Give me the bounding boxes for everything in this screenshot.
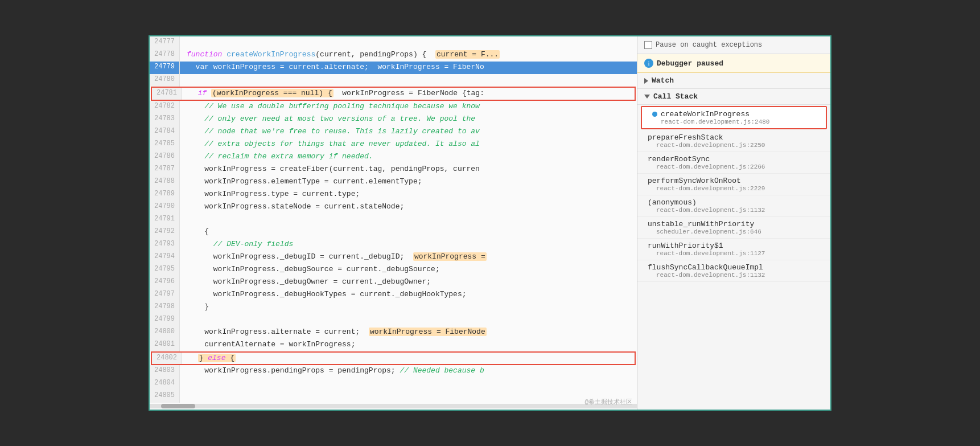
line-content: // DEV-only fields (180, 239, 637, 251)
line-content: workInProgress._debugOwner = current._de… (180, 276, 637, 289)
code-scrollbar[interactable] (150, 404, 637, 408)
line-content: workInProgress._debugHookTypes = current… (180, 289, 637, 301)
line-content (180, 36, 637, 49)
stack-fn-name: createWorkInProgress (652, 110, 818, 118)
active-dot-icon (652, 112, 657, 117)
stack-file: react-dom.development.js:1127 (648, 250, 822, 257)
inline-highlight: workInProgress = (413, 252, 487, 261)
stack-file: scheduler.development.js:646 (648, 228, 822, 235)
line-content: workInProgress.pendingProps = pendingPro… (180, 365, 637, 378)
line-content: workInProgress._debugSource = current._d… (180, 264, 637, 276)
code-line: 24793 // DEV-only fields (150, 239, 637, 251)
watch-label: Watch (652, 76, 674, 85)
line-content: // only ever need at most two versions o… (180, 113, 637, 126)
code-line: 24783 // only ever need at most two vers… (150, 113, 637, 126)
stack-item[interactable]: (anonymous)react-dom.development.js:1132 (637, 195, 830, 217)
watch-section-header[interactable]: Watch (637, 73, 830, 89)
stack-file: react-dom.development.js:1132 (648, 272, 822, 279)
function-label: prepareFreshStack (648, 133, 723, 142)
code-line: 24792 { (150, 226, 637, 239)
line-number: 24798 (150, 301, 180, 314)
line-number: 24793 (150, 239, 180, 251)
line-content: // We use a double buffering pooling tec… (180, 101, 637, 113)
stack-fn-name: flushSyncCallbackQueueImpl (648, 263, 822, 272)
function-label: (anonymous) (648, 198, 697, 207)
pause-exceptions-label: Pause on caught exceptions (656, 41, 762, 49)
call-stack-section-header[interactable]: Call Stack (637, 89, 830, 105)
stack-file: react-dom.development.js:2266 (648, 163, 822, 170)
stack-file: react-dom.development.js:2229 (648, 185, 822, 192)
line-number: 24787 (150, 163, 180, 176)
code-line: 24780 (150, 74, 637, 87)
code-line: 24799 (150, 314, 637, 326)
code-line: 24795 workInProgress._debugSource = curr… (150, 264, 637, 276)
stack-item[interactable]: prepareFreshStackreact-dom.development.j… (637, 130, 830, 152)
line-content (180, 214, 637, 226)
function-label: runWithPriority$1 (648, 242, 723, 250)
code-line: 24796 workInProgress._debugOwner = curre… (150, 276, 637, 289)
line-content: function createWorkInProgress(current, p… (180, 49, 637, 62)
paused-text: Debugger paused (657, 59, 723, 68)
stack-item[interactable]: performSyncWorkOnRootreact-dom.developme… (637, 174, 830, 195)
line-number: 24805 (150, 390, 180, 403)
line-content (180, 378, 637, 390)
line-content: workInProgress.type = current.type; (180, 189, 637, 201)
stack-item[interactable]: unstable_runWithPriorityscheduler.develo… (637, 217, 830, 239)
debugger-paused-banner: i Debugger paused (637, 54, 830, 73)
call-stack-triangle-icon (644, 95, 650, 99)
code-panel: 24777 24778function createWorkInProgress… (150, 36, 637, 409)
line-number: 24797 (150, 289, 180, 301)
code-line: 24785 // extra objects for things that a… (150, 138, 637, 151)
line-content: } (180, 301, 637, 314)
stack-item[interactable]: createWorkInProgressreact-dom.developmen… (641, 106, 827, 129)
line-content: var workInProgress = current.alternate; … (180, 62, 637, 74)
code-line: 24782 // We use a double buffering pooli… (150, 101, 637, 113)
line-content: workInProgress._debugID = current._debug… (180, 251, 637, 264)
line-content: workInProgress = createFiber(current.tag… (180, 163, 637, 176)
code-line: 24794 workInProgress._debugID = current.… (150, 251, 637, 264)
function-label: renderRootSync (648, 155, 710, 163)
line-number: 24804 (150, 378, 180, 390)
comment: // extra objects for things that are nev… (187, 140, 480, 148)
stack-file: react-dom.development.js:2480 (652, 118, 818, 125)
line-number: 24800 (150, 326, 180, 339)
code-line: 24786 // reclaim the extra memory if nee… (150, 151, 637, 163)
line-number: 24785 (150, 138, 180, 151)
line-number: 24796 (150, 276, 180, 289)
stack-fn-name: performSyncWorkOnRoot (648, 177, 822, 185)
code-line: 24798 } (150, 301, 637, 314)
stack-fn-name: (anonymous) (648, 198, 822, 207)
stack-item[interactable]: flushSyncCallbackQueueImplreact-dom.deve… (637, 260, 830, 282)
pause-exceptions-checkbox[interactable] (644, 41, 652, 49)
line-number: 24795 (150, 264, 180, 276)
line-content: workInProgress.alternate = current; work… (180, 326, 637, 339)
line-number: 24786 (150, 151, 180, 163)
line-number: 24801 (150, 339, 180, 351)
line-number: 24781 (152, 88, 182, 99)
code-lines: 24777 24778function createWorkInProgress… (150, 36, 637, 402)
function-label: unstable_runWithPriority (648, 220, 754, 228)
line-number: 24788 (150, 176, 180, 189)
code-scrollbar-thumb[interactable] (161, 404, 195, 408)
line-content: // extra objects for things that are nev… (180, 138, 637, 151)
code-line: 24801 currentAlternate = workInProgress; (150, 339, 637, 351)
stack-item[interactable]: renderRootSyncreact-dom.development.js:2… (637, 152, 830, 174)
code-line: 24791 (150, 214, 637, 226)
screenshot-wrapper: 24777 24778function createWorkInProgress… (149, 35, 831, 410)
line-number: 24783 (150, 113, 180, 126)
stack-file: react-dom.development.js:2250 (648, 142, 822, 149)
code-line: 24788 workInProgress.elementType = curre… (150, 176, 637, 189)
code-line: 24803 workInProgress.pendingProps = pend… (150, 365, 637, 378)
line-content (180, 74, 637, 87)
line-number: 24790 (150, 201, 180, 214)
keyword: function (187, 50, 222, 59)
line-number: 24803 (150, 365, 180, 378)
function-label: performSyncWorkOnRoot (648, 177, 741, 185)
line-content: workInProgress.stateNode = current.state… (180, 201, 637, 214)
debugger-panel: Pause on caught exceptions i Debugger pa… (637, 36, 830, 409)
line-number: 24802 (152, 353, 182, 364)
stack-item[interactable]: runWithPriority$1react-dom.development.j… (637, 239, 830, 260)
line-content: // reclaim the extra memory if needed. (180, 151, 637, 163)
comment: // reclaim the extra memory if needed. (187, 152, 373, 161)
line-number: 24794 (150, 251, 180, 264)
